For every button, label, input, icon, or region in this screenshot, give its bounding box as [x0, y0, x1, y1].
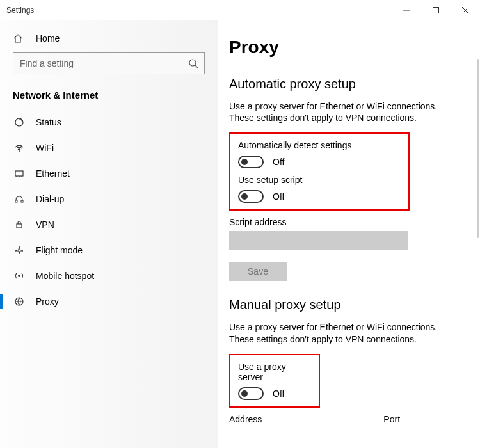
sidebar-item-label: Mobile hotspot	[36, 271, 94, 281]
auto-highlight: Automatically detect settings Off Use se…	[229, 132, 410, 211]
sidebar-item-label: Proxy	[36, 296, 59, 307]
sidebar-home-label: Home	[36, 33, 60, 44]
sidebar-item-label: Ethernet	[36, 168, 70, 179]
home-icon	[13, 33, 26, 44]
hotspot-icon	[13, 271, 26, 281]
manual-desc: Use a proxy server for Ethernet or WiFi …	[229, 321, 454, 344]
search-icon	[188, 52, 198, 74]
svg-point-3	[19, 150, 20, 152]
svg-rect-7	[17, 224, 22, 228]
sidebar-item-status[interactable]: Status	[0, 109, 218, 135]
svg-point-1	[189, 60, 196, 66]
sidebar-item-hotspot[interactable]: Mobile hotspot	[0, 263, 218, 289]
proxy-icon	[13, 296, 26, 307]
sidebar-item-label: Dial-up	[36, 194, 64, 204]
sidebar-item-flightmode[interactable]: Flight mode	[0, 237, 218, 263]
airplane-icon	[13, 245, 26, 255]
port-label: Port	[383, 414, 400, 424]
svg-rect-6	[21, 200, 23, 202]
sidebar: Home Network & Internet Status WiFi	[0, 20, 218, 448]
sidebar-section: Network & Internet	[0, 83, 218, 109]
maximize-button[interactable]	[421, 0, 451, 20]
auto-detect-state: Off	[273, 157, 284, 167]
setup-script-toggle[interactable]	[238, 190, 264, 203]
sidebar-item-label: Flight mode	[36, 245, 83, 255]
setup-script-state: Off	[273, 191, 284, 202]
sidebar-item-ethernet[interactable]: Ethernet	[0, 161, 218, 186]
sidebar-home[interactable]: Home	[0, 27, 218, 51]
auto-detect-toggle[interactable]	[238, 156, 264, 168]
sidebar-item-vpn[interactable]: VPN	[0, 212, 218, 237]
wifi-icon	[13, 143, 26, 153]
title-bar: Settings	[0, 0, 480, 20]
script-address-label: Script address	[229, 217, 480, 227]
save-button[interactable]: Save	[229, 262, 287, 281]
use-proxy-label: Use a proxy server	[238, 362, 311, 382]
sidebar-item-label: Status	[36, 117, 61, 127]
svg-rect-5	[15, 200, 17, 202]
setup-script-label: Use setup script	[238, 175, 401, 185]
svg-point-8	[18, 275, 20, 277]
dialup-icon	[13, 194, 26, 204]
address-label: Address	[229, 414, 262, 424]
search-field[interactable]	[13, 52, 205, 74]
sidebar-item-dialup[interactable]: Dial-up	[0, 186, 218, 212]
sidebar-item-proxy[interactable]: Proxy	[0, 289, 218, 314]
svg-point-2	[15, 118, 23, 126]
search-input[interactable]	[13, 52, 205, 74]
content-area: Proxy Automatic proxy setup Use a proxy …	[218, 20, 480, 448]
manual-highlight: Use a proxy server Off	[229, 354, 320, 408]
use-proxy-state: Off	[273, 388, 284, 399]
status-icon	[13, 117, 26, 127]
sidebar-item-wifi[interactable]: WiFi	[0, 135, 218, 161]
page-title: Proxy	[229, 37, 480, 58]
sidebar-item-label: WiFi	[36, 143, 54, 153]
script-address-input[interactable]	[229, 231, 408, 250]
svg-rect-4	[15, 171, 23, 176]
svg-rect-0	[433, 8, 439, 13]
close-button[interactable]	[451, 0, 480, 20]
vpn-icon	[13, 220, 26, 230]
sidebar-item-label: VPN	[36, 220, 54, 230]
auto-heading: Automatic proxy setup	[229, 77, 480, 92]
caption-buttons	[392, 0, 480, 20]
auto-desc: Use a proxy server for Ethernet or WiFi …	[229, 100, 454, 124]
ethernet-icon	[13, 168, 26, 179]
manual-heading: Manual proxy setup	[229, 298, 480, 312]
use-proxy-toggle[interactable]	[238, 387, 264, 400]
window-title: Settings	[6, 6, 34, 15]
scrollbar[interactable]	[477, 59, 479, 238]
manual-field-headers: Address Port	[229, 414, 480, 424]
minimize-button[interactable]	[392, 0, 421, 20]
auto-detect-label: Automatically detect settings	[238, 140, 401, 150]
